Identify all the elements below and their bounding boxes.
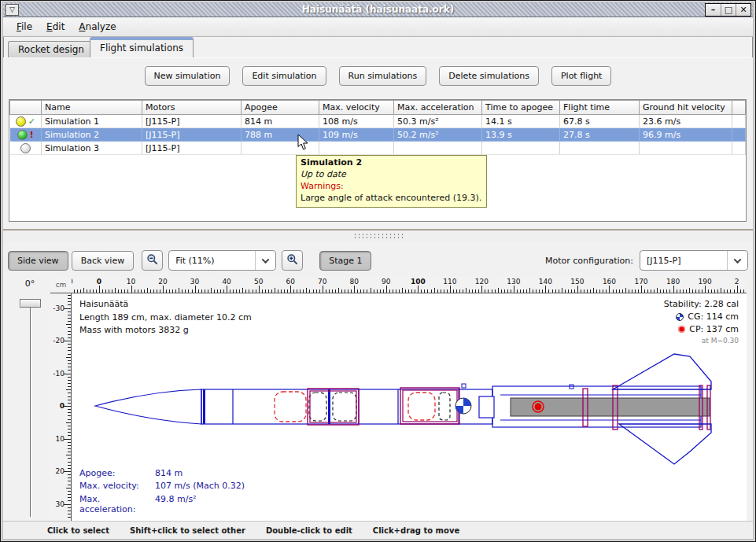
vertical-ruler: -30-20-100102030	[50, 293, 72, 522]
horizontal-ruler: -100102030405060708090100110120130140150…	[72, 277, 747, 293]
ruler-tick	[335, 289, 336, 293]
minimize-button[interactable]: –	[706, 4, 721, 16]
table-row[interactable]: ✓Simulation 1[J115-P]814 m108 m/s50.3 m/…	[10, 115, 746, 128]
ruler-tick	[68, 497, 71, 498]
ruler-tick	[68, 403, 71, 404]
ruler-tick	[689, 288, 690, 293]
ruler-tick	[555, 289, 556, 293]
cell-apogee	[242, 142, 319, 155]
body-tube	[201, 389, 492, 424]
zoom-in-button[interactable]	[282, 250, 303, 271]
centering-ring	[613, 385, 618, 430]
ruler-label: 70	[318, 278, 326, 286]
ruler-label: 30	[190, 278, 199, 286]
column-header-motors[interactable]: Motors	[142, 101, 242, 115]
side-view-button[interactable]: Side view	[8, 251, 68, 271]
ruler-tick	[135, 289, 135, 293]
run-simulations-button[interactable]: Run simulations	[339, 66, 427, 86]
maximize-button[interactable]: □	[721, 4, 736, 16]
ruler-tick	[485, 289, 485, 293]
ruler-tick	[463, 289, 463, 293]
column-header-filler	[732, 101, 746, 115]
ruler-tick	[68, 301, 71, 302]
motor-configuration-value: [J115-P]	[647, 256, 680, 266]
zoom-level-select[interactable]: Fit (11%)	[168, 250, 276, 271]
table-row[interactable]: Simulation 3[J115-P]	[10, 142, 746, 155]
apogee-value: 814 m	[155, 468, 245, 478]
table-row[interactable]: !Simulation 2[J115-P]788 m109 m/s50.2 m/…	[10, 128, 746, 142]
apogee-label: Apogee:	[79, 468, 155, 478]
tab-flight-simulations[interactable]: Flight simulations	[90, 37, 194, 57]
close-button[interactable]: ✕	[736, 4, 750, 16]
ruler-tick	[520, 289, 521, 293]
ruler-tick	[179, 288, 179, 293]
tab-rocket-design[interactable]: Rocket design	[8, 41, 94, 57]
ruler-tick	[495, 289, 496, 293]
ruler-tick	[539, 289, 540, 293]
menu-item-file[interactable]: File	[9, 19, 39, 35]
ruler-tick	[666, 289, 667, 293]
ruler-label: 110	[443, 278, 456, 286]
ruler-tick	[651, 289, 651, 293]
green-ball-icon	[17, 130, 28, 140]
rocket-canvas[interactable]: Haisunäätä Length 189 cm, max. diameter …	[72, 293, 747, 522]
ruler-tick	[66, 422, 71, 423]
ruler-tick	[66, 357, 71, 358]
ruler-label: 90	[382, 278, 390, 286]
zoom-out-button[interactable]	[142, 250, 163, 271]
menu-item-analyze[interactable]: Analyze	[72, 19, 123, 35]
menu-item-edit[interactable]: Edit	[39, 19, 72, 35]
split-pane-handle[interactable]	[353, 233, 404, 240]
ruler-tick	[367, 289, 367, 293]
inner-tube	[479, 396, 494, 418]
ruler-unit-label: cm	[50, 277, 72, 293]
rotation-slider-handle[interactable]	[20, 299, 41, 308]
warning-icon: !	[30, 131, 34, 139]
ruler-tick	[68, 354, 71, 355]
ruler-tick	[599, 289, 600, 293]
column-header-apogee[interactable]: Apogee	[242, 101, 319, 115]
cell-max-velocity	[319, 142, 394, 155]
back-view-button[interactable]: Back view	[72, 251, 135, 271]
stage-1-toggle[interactable]: Stage 1	[319, 251, 371, 271]
ruler-tick	[705, 286, 706, 293]
column-header-name[interactable]: Name	[42, 101, 142, 115]
ruler-tick	[118, 289, 119, 293]
plot-flight-button[interactable]: Plot flight	[551, 66, 611, 86]
column-header-ground-hit-velocity[interactable]: Ground hit velocity	[640, 101, 732, 115]
column-header-max-velocity[interactable]: Max. velocity	[319, 101, 394, 115]
column-header-status[interactable]	[10, 101, 42, 115]
cg-icon	[676, 313, 684, 321]
ruler-tick	[68, 318, 71, 319]
delete-simulations-button[interactable]: Delete simulations	[439, 66, 539, 86]
centering-ring	[707, 385, 710, 430]
new-simulation-button[interactable]: New simulation	[145, 66, 230, 86]
ruler-tick	[574, 289, 575, 293]
ruler-tick	[271, 289, 272, 293]
ruler-tick	[632, 289, 632, 293]
column-header-flight-time[interactable]: Flight time	[560, 101, 640, 115]
cell-ground-hit-velocity: 23.6 m/s	[640, 115, 732, 128]
ruler-tick	[66, 488, 71, 489]
ruler-tick	[68, 429, 71, 430]
shock-cord-outline	[439, 393, 450, 420]
ruler-tick	[249, 289, 249, 293]
ruler-tick	[354, 286, 355, 293]
ruler-tick	[644, 289, 645, 293]
ruler-tick	[275, 288, 275, 293]
ruler-tick	[297, 289, 297, 293]
column-header-max-acceleration[interactable]: Max. acceleration	[394, 101, 482, 115]
ruler-label: 2	[735, 278, 739, 286]
tooltip-warnings-label: Warnings:	[301, 181, 481, 193]
ruler-tick	[147, 288, 148, 293]
application-window: ▽ Haisunäätä (haisunaata.ork) – □ ✕ File…	[0, 0, 756, 542]
split-pane-divider[interactable]	[3, 229, 753, 242]
ruler-tick	[230, 289, 230, 293]
rotation-slider[interactable]	[30, 303, 31, 517]
title-bar[interactable]: ▽ Haisunäätä (haisunaata.ork) – □ ✕	[3, 2, 753, 17]
column-header-time-to-apogee[interactable]: Time to apogee	[482, 101, 560, 115]
motor-configuration-select[interactable]: [J115-P]	[640, 250, 748, 271]
ruler-tick	[341, 289, 342, 293]
status-icon-green-ball: !	[10, 128, 42, 141]
edit-simulation-button[interactable]: Edit simulation	[242, 66, 326, 86]
